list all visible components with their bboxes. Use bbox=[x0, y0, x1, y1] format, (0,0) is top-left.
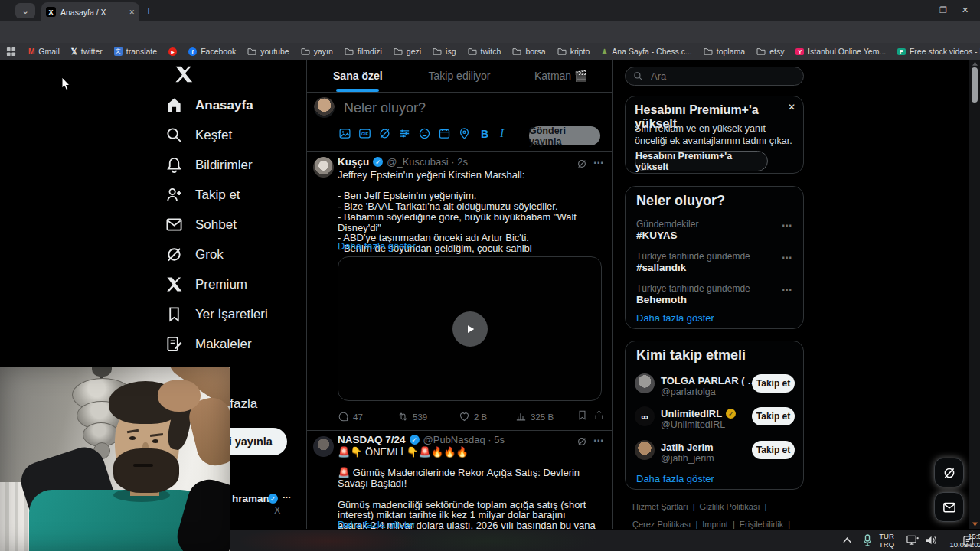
footer-link[interactable]: Gizlilik Politikası bbox=[700, 500, 760, 514]
follow-user-avatar[interactable] bbox=[635, 373, 655, 393]
sidebar-item-sohbet[interactable]: Sohbet bbox=[165, 210, 303, 240]
bookmark-facebook[interactable]: fFacebook bbox=[188, 47, 236, 56]
tweet1-views[interactable]: 325 B bbox=[515, 411, 554, 422]
bookmark-folder-yayin[interactable]: yayın bbox=[301, 47, 333, 56]
profile-more-button[interactable]: ... bbox=[283, 489, 291, 500]
tweet-grok-icon[interactable] bbox=[577, 158, 587, 169]
grok-attach-icon[interactable] bbox=[378, 127, 391, 140]
follow-user-name[interactable]: Jatih Jerim bbox=[661, 442, 714, 453]
window-close-button[interactable]: ✕ bbox=[962, 5, 969, 15]
follow-button[interactable]: Takip et bbox=[752, 374, 795, 393]
bookmark-folder-youtube[interactable]: youtube bbox=[247, 47, 289, 56]
tweet1-replies[interactable]: 47 bbox=[338, 411, 363, 422]
bookmark-folder-borsa[interactable]: borsa bbox=[512, 47, 545, 56]
trend-more-button[interactable]: ... bbox=[782, 280, 792, 294]
composer-avatar[interactable] bbox=[314, 97, 335, 118]
tweet2-avatar[interactable] bbox=[313, 436, 334, 457]
x-logo[interactable] bbox=[174, 64, 194, 84]
composer-post-button[interactable]: Gönderi yayınla bbox=[529, 126, 600, 145]
language-indicator[interactable]: TURTRQ bbox=[879, 532, 894, 549]
network-icon[interactable] bbox=[906, 535, 920, 546]
window-minimize-button[interactable]: — bbox=[916, 5, 924, 15]
scrollbar-thumb[interactable] bbox=[972, 67, 978, 103]
tweet1-likes[interactable]: 2 B bbox=[459, 411, 487, 422]
trend-more-button[interactable]: ... bbox=[782, 216, 792, 230]
bookmark-tweet-icon[interactable] bbox=[577, 409, 588, 421]
tray-chevron-up-icon[interactable] bbox=[843, 537, 851, 543]
tweet1-video-player[interactable] bbox=[338, 256, 602, 401]
footer-link[interactable]: Hizmet Şartları bbox=[632, 500, 688, 514]
browser-tab[interactable]: X Anasayfa / X ✕ bbox=[41, 2, 139, 21]
follow-user-avatar[interactable]: ∞ bbox=[635, 406, 655, 426]
gif-icon[interactable]: GIF bbox=[358, 127, 371, 140]
italic-icon[interactable]: I bbox=[500, 128, 504, 140]
sidebar-item-anasayfa[interactable]: Anasayfa bbox=[165, 90, 303, 120]
search-box[interactable] bbox=[625, 67, 804, 86]
bookmark-folder-isg[interactable]: isg bbox=[433, 47, 456, 56]
emoji-icon[interactable] bbox=[418, 127, 431, 140]
premium-upgrade-button[interactable]: Hesabını Premium+'a yükselt bbox=[635, 151, 768, 171]
bookmark-folder-twitch[interactable]: twitch bbox=[468, 47, 501, 56]
sidebar-item-kesfet[interactable]: Keşfet bbox=[165, 120, 303, 150]
scrollbar-down-arrow[interactable] bbox=[972, 522, 978, 527]
tab-sana-ozel[interactable]: Sana özel bbox=[307, 60, 409, 92]
tweet1-meta[interactable]: @_Kuscubasi · 2s bbox=[387, 156, 468, 168]
follow-show-more[interactable]: Daha fazla göster bbox=[636, 473, 714, 484]
sidebar-item-takip-et[interactable]: Takip et bbox=[165, 180, 303, 210]
tab-takip-ediliyor[interactable]: Takip ediliyor bbox=[409, 60, 511, 92]
trends-show-more[interactable]: Daha fazla göster bbox=[636, 312, 714, 324]
window-restore-button[interactable]: ❐ bbox=[939, 5, 947, 15]
page-scrollbar[interactable] bbox=[969, 60, 980, 529]
tweet1-show-more[interactable]: Daha fazla göster bbox=[338, 240, 416, 252]
bookmark-folder-gezi[interactable]: gezi bbox=[394, 47, 421, 56]
scrollbar-up-arrow[interactable] bbox=[972, 61, 978, 66]
messages-fab[interactable] bbox=[934, 492, 964, 522]
bookmark-folder-toplama[interactable]: toplama bbox=[704, 47, 745, 56]
bookmark-chess[interactable]: ♟Ana Sayfa - Chess.c... bbox=[601, 47, 691, 56]
bookmark-twitter[interactable]: 𝕏twitter bbox=[71, 47, 103, 56]
bookmark-translate[interactable]: 文translate bbox=[114, 47, 157, 56]
schedule-icon[interactable] bbox=[438, 127, 451, 140]
search-input[interactable] bbox=[649, 70, 782, 83]
tweet-grok-icon[interactable] bbox=[577, 436, 587, 447]
tweet1-reposts[interactable]: 539 bbox=[397, 411, 427, 422]
apps-grid-icon[interactable] bbox=[6, 47, 16, 57]
location-icon[interactable] bbox=[458, 127, 471, 140]
new-tab-button[interactable]: + bbox=[145, 5, 152, 17]
window-menu-button[interactable]: ⌄ bbox=[15, 3, 35, 18]
trend-topic[interactable]: #sallandık bbox=[636, 262, 686, 273]
bookmark-freestock[interactable]: PFree stock videos - P... bbox=[897, 47, 980, 56]
bold-icon[interactable]: B bbox=[481, 128, 488, 140]
play-button[interactable] bbox=[452, 311, 488, 347]
tweet-more-button[interactable]: ... bbox=[593, 431, 603, 445]
media-icon[interactable] bbox=[338, 127, 351, 140]
follow-user-name[interactable]: UnlimitedIRL bbox=[661, 408, 722, 419]
sidebar-item-premium[interactable]: Premium bbox=[165, 269, 303, 299]
bookmark-gmail[interactable]: MGmail bbox=[28, 47, 60, 56]
tab-close-icon[interactable]: ✕ bbox=[129, 8, 135, 16]
sidebar-item-yer-isaretleri[interactable]: Yer İşaretleri bbox=[165, 299, 303, 329]
poll-icon[interactable] bbox=[398, 127, 411, 140]
close-icon[interactable]: ✕ bbox=[788, 102, 795, 112]
share-icon[interactable] bbox=[593, 409, 605, 421]
sidebar-item-bildirimler[interactable]: Bildirimler bbox=[165, 150, 303, 180]
sidebar-profile-name[interactable]: hraman bbox=[232, 493, 270, 504]
bookmark-istanbul[interactable]: Yİstanbul Online Yem... bbox=[795, 47, 886, 56]
follow-button[interactable]: Takip et bbox=[752, 441, 795, 459]
tweet1-avatar[interactable] bbox=[313, 157, 334, 178]
speaker-icon[interactable] bbox=[926, 535, 937, 546]
bookmark-folder-kripto[interactable]: kripto bbox=[557, 47, 590, 56]
composer-placeholder[interactable]: Neler oluyor? bbox=[344, 100, 426, 116]
sidebar-item-grok[interactable]: Grok bbox=[165, 240, 303, 269]
tweet-more-button[interactable]: ... bbox=[593, 153, 603, 167]
clock[interactable]: 15:55 10.02.2026 bbox=[940, 532, 980, 549]
tweet1-name[interactable]: Kuşçu bbox=[338, 156, 369, 168]
microphone-icon[interactable] bbox=[863, 534, 872, 546]
bookmark-folder-filmdizi[interactable]: filmdizi bbox=[345, 47, 382, 56]
bookmark-folder-etsy[interactable]: etsy bbox=[756, 47, 784, 56]
trend-topic[interactable]: #KUYAS bbox=[636, 230, 678, 241]
follow-user-avatar[interactable] bbox=[635, 440, 655, 460]
action-center-icon[interactable] bbox=[963, 536, 974, 546]
sidebar-item-makaleler[interactable]: Makaleler bbox=[165, 329, 303, 359]
tab-katman[interactable]: Katman 🎬 bbox=[510, 60, 612, 92]
